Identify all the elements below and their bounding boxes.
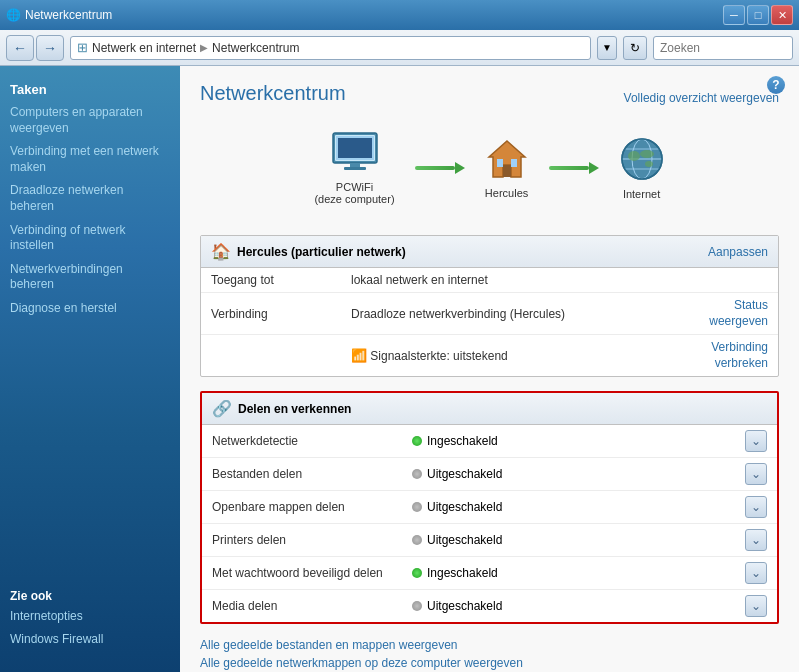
sidebar-link-connections[interactable]: Netwerkverbindingen beheren [10,262,170,293]
network-diagram: PCWiFi(deze computer) Hercules [200,121,779,215]
sidebar-link-diagnose[interactable]: Diagnose en herstel [10,301,170,317]
sharing-label-1: Bestanden delen [212,467,412,481]
overview-link[interactable]: Volledig overzicht weergeven [624,91,779,105]
aanpassen-link[interactable]: Aanpassen [708,245,768,259]
svg-point-18 [645,161,653,167]
network-row-signal: 📶 Signaalsterkte: uitstekend Verbindingv… [201,335,778,376]
refresh-button[interactable]: ↻ [623,36,647,60]
network-row-connection: Verbinding Draadloze netwerkverbinding (… [201,293,778,335]
connection-label: Verbinding [211,307,351,321]
computer-icon [328,131,382,175]
sidebar-also-title: Zie ook [10,589,170,603]
expand-btn-4[interactable]: ⌄ [745,562,767,584]
close-button[interactable]: ✕ [771,5,793,25]
nav-buttons: ← → [6,35,64,61]
sharing-header: 🔗 Delen en verkennen [202,393,777,425]
net-node-pc-label: PCWiFi(deze computer) [314,181,394,205]
address-bar: ← → ⊞ Netwerk en internet ▶ Netwerkcentr… [0,30,799,66]
svg-rect-7 [503,165,511,177]
title-bar-controls: ─ □ ✕ [723,5,793,25]
address-path[interactable]: ⊞ Netwerk en internet ▶ Netwerkcentrum [70,36,591,60]
status-dot-green-0 [412,436,422,446]
network-section-header: 🏠 Hercules (particulier netwerk) Aanpass… [201,236,778,268]
sharing-status-2: Uitgeschakeld [412,500,745,514]
status-dot-gray-5 [412,601,422,611]
line-arrow-2 [589,162,599,174]
expand-btn-3[interactable]: ⌄ [745,529,767,551]
signal-value: 📶 Signaalsterkte: uitstekend [351,348,711,363]
line-segment-1 [415,166,455,170]
globe-icon [619,136,665,182]
path-arrow1: ▶ [200,42,208,53]
sharing-row-1: Bestanden delen Uitgeschakeld ⌄ [202,458,777,491]
sharing-row-0: Netwerkdetectie Ingeschakeld ⌄ [202,425,777,458]
sharing-status-text-4: Ingeschakeld [427,566,498,580]
main-container: Taken Computers en apparaten weergeven V… [0,66,799,672]
svg-rect-5 [344,167,366,170]
expand-btn-0[interactable]: ⌄ [745,430,767,452]
disconnect-link[interactable]: Verbindingverbreken [711,340,768,371]
sharing-row-3: Printers delen Uitgeschakeld ⌄ [202,524,777,557]
sharing-status-1: Uitgeschakeld [412,467,745,481]
title-bar-icon: 🌐 [6,8,21,22]
house-icon [485,137,529,181]
bottom-links: Alle gedeelde bestanden en mappen weerge… [200,638,779,670]
svg-rect-3 [338,138,372,158]
svg-point-17 [640,150,654,158]
connection-value: Draadloze netwerkverbinding (Hercules) [351,307,709,321]
expand-btn-5[interactable]: ⌄ [745,595,767,617]
sidebar-link-setup[interactable]: Verbinding of netwerk instellen [10,223,170,254]
sharing-label-4: Met wachtwoord beveiligd delen [212,566,412,580]
help-button[interactable]: ? [767,76,785,94]
sharing-status-text-1: Uitgeschakeld [427,467,502,481]
sharing-status-0: Ingeschakeld [412,434,745,448]
sharing-status-text-5: Uitgeschakeld [427,599,502,613]
sidebar-link-computers[interactable]: Computers en apparaten weergeven [10,105,170,136]
net-node-house: Hercules [485,137,529,199]
sharing-status-text-2: Uitgeschakeld [427,500,502,514]
address-dropdown-button[interactable]: ▼ [597,36,617,60]
expand-btn-2[interactable]: ⌄ [745,496,767,518]
access-label: Toegang tot [211,273,351,287]
back-button[interactable]: ← [6,35,34,61]
network-line-1 [415,162,465,174]
sharing-label-2: Openbare mappen delen [212,500,412,514]
sharing-status-text-0: Ingeschakeld [427,434,498,448]
expand-btn-1[interactable]: ⌄ [745,463,767,485]
net-node-globe-label: Internet [623,188,660,200]
svg-rect-4 [350,163,360,167]
network-house-icon: 🏠 [211,242,231,261]
sidebar-link-internet-options[interactable]: Internetopties [10,609,170,625]
network-row-access: Toegang tot lokaal netwerk en internet [201,268,778,293]
search-box: 🔍 [653,36,793,60]
sharing-row-5: Media delen Uitgeschakeld ⌄ [202,590,777,622]
sharing-label-5: Media delen [212,599,412,613]
title-bar-left: 🌐 Netwerkcentrum [6,8,112,22]
sidebar-link-firewall[interactable]: Windows Firewall [10,632,170,648]
path-segment2: Netwerkcentrum [212,41,299,55]
search-input[interactable] [654,41,793,55]
status-link[interactable]: Statusweergeven [709,298,768,329]
sharing-label-0: Netwerkdetectie [212,434,412,448]
net-node-house-label: Hercules [485,187,528,199]
maximize-button[interactable]: □ [747,5,769,25]
net-node-globe: Internet [619,136,665,200]
path-icon: ⊞ [77,40,88,55]
net-node-pc: PCWiFi(deze computer) [314,131,394,205]
forward-button[interactable]: → [36,35,64,61]
bottom-link-0[interactable]: Alle gedeelde bestanden en mappen weerge… [200,638,779,652]
sidebar-link-wireless[interactable]: Draadloze netwerken beheren [10,183,170,214]
status-dot-gray-2 [412,502,422,512]
sidebar-link-connect[interactable]: Verbinding met een netwerk maken [10,144,170,175]
network-section-title: 🏠 Hercules (particulier netwerk) [211,242,406,261]
sidebar-tasks-title: Taken [10,82,170,97]
svg-rect-9 [497,159,503,167]
sharing-row-2: Openbare mappen delen Uitgeschakeld ⌄ [202,491,777,524]
sharing-status-5: Uitgeschakeld [412,599,745,613]
access-value: lokaal netwerk en internet [351,273,768,287]
sharing-section: 🔗 Delen en verkennen Netwerkdetectie Ing… [200,391,779,624]
content-area: ? Netwerkcentrum Volledig overzicht weer… [180,66,799,672]
sharing-header-title: Delen en verkennen [238,402,351,416]
bottom-link-1[interactable]: Alle gedeelde netwerkmappen op deze comp… [200,656,779,670]
minimize-button[interactable]: ─ [723,5,745,25]
